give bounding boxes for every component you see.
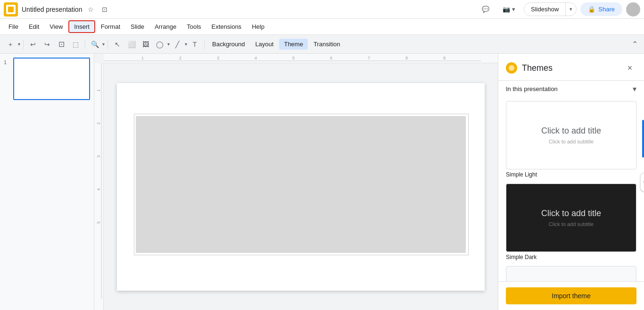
- svg-point-16: [509, 65, 514, 71]
- zoom-button[interactable]: 🔍: [88, 38, 101, 51]
- slide-panel: 1: [0, 54, 94, 310]
- theme-item-streamline[interactable]: Click to add title Streamline: [506, 266, 636, 281]
- header-right: 💬 📷 ▾ Slideshow ▾ 🔒 Share: [477, 2, 640, 17]
- theme-item-simple-dark[interactable]: Click to add title Click to add subtitle…: [506, 184, 636, 260]
- themes-section-label: In this presentation: [506, 85, 633, 92]
- paint-button[interactable]: ⬚: [69, 38, 82, 51]
- slide-preview[interactable]: [13, 58, 90, 100]
- star-icon[interactable]: ☆: [85, 4, 96, 15]
- slide-content-area: [136, 116, 466, 253]
- main-layout: 1 1 2 3 4 5 6 7 8 9: [0, 54, 644, 310]
- background-button[interactable]: Background: [207, 39, 249, 50]
- folder-icon[interactable]: ⊡: [99, 4, 110, 15]
- svg-text:5: 5: [292, 56, 295, 60]
- share-label: Share: [598, 6, 615, 13]
- shape-dropdown[interactable]: ▾: [167, 42, 170, 47]
- menu-bar: File Edit View Insert Format Slide Arran…: [0, 19, 644, 35]
- svg-text:2: 2: [179, 56, 182, 60]
- svg-text:3: 3: [217, 56, 219, 60]
- theme-preview-subtitle-light: Click to add subtitle: [549, 139, 594, 144]
- themes-footer: Import theme: [498, 281, 644, 310]
- shape-button[interactable]: ◯: [153, 38, 166, 51]
- menu-tools[interactable]: Tools: [182, 21, 206, 32]
- title-bar: Untitled presentation ☆ ⊡ 💬 📷 ▾ Slidesho…: [0, 0, 644, 19]
- print-button[interactable]: ⊡: [55, 38, 68, 51]
- svg-text:9: 9: [443, 56, 446, 60]
- menu-slide[interactable]: Slide: [126, 21, 149, 32]
- app-logo: [4, 2, 18, 17]
- undo-button[interactable]: ↩: [26, 38, 40, 51]
- frame-button[interactable]: ⬜: [125, 38, 138, 51]
- menu-help[interactable]: Help: [247, 21, 269, 32]
- slideshow-dropdown-arrow[interactable]: ▾: [566, 3, 576, 15]
- slideshow-button[interactable]: Slideshow ▾: [524, 2, 577, 16]
- menu-insert[interactable]: Insert: [68, 20, 95, 33]
- theme-preview-title-dark: Click to add title: [541, 209, 601, 218]
- image-button[interactable]: 🖼: [139, 38, 152, 51]
- themes-logo-icon: [506, 62, 517, 74]
- toolbar-collapse-button[interactable]: ⌃: [629, 39, 640, 50]
- ruler-vertical: 1 2 3 4 5: [94, 63, 104, 310]
- theme-preview-streamline: Click to add title: [506, 266, 636, 281]
- svg-text:6: 6: [330, 56, 332, 60]
- menu-view[interactable]: View: [45, 21, 67, 32]
- comment-button[interactable]: 💬: [477, 3, 494, 16]
- line-button[interactable]: ╱: [171, 38, 184, 51]
- svg-text:3: 3: [96, 155, 101, 158]
- ruler-v-canvas: 1 2 3 4 5: [94, 63, 498, 310]
- themes-section-dropdown[interactable]: In this presentation ▾: [506, 84, 636, 93]
- camera-icon: 📷: [503, 6, 510, 13]
- add-dropdown[interactable]: ▾: [18, 42, 20, 47]
- themes-panel: Themes × In this presentation ▾ Click to…: [498, 54, 644, 310]
- zoom-dropdown[interactable]: ▾: [102, 42, 105, 47]
- redo-button[interactable]: ↪: [41, 38, 54, 51]
- theme-button[interactable]: Theme: [279, 39, 307, 50]
- add-slide-button[interactable]: +: [4, 38, 17, 51]
- user-avatar[interactable]: [626, 2, 640, 17]
- menu-format[interactable]: Format: [96, 21, 125, 32]
- themes-scrollbar: [642, 120, 644, 158]
- canvas-scroll[interactable]: [104, 63, 498, 310]
- separator-1: [23, 40, 24, 49]
- canvas-area: 1 2 3 4 5 6 7 8 9 1 2 3 4 5: [94, 54, 498, 310]
- svg-text:5: 5: [96, 221, 101, 224]
- ruler-horizontal: 1 2 3 4 5 6 7 8 9: [104, 54, 498, 63]
- menu-extensions[interactable]: Extensions: [207, 21, 247, 32]
- themes-header: Themes ×: [498, 54, 644, 81]
- slide-thumbnail-1[interactable]: 1: [4, 58, 90, 100]
- separator-4: [204, 40, 205, 49]
- menu-file[interactable]: File: [4, 21, 23, 32]
- slide-canvas-wrapper: [107, 74, 494, 300]
- share-button[interactable]: 🔒 Share: [580, 2, 622, 16]
- svg-text:2: 2: [96, 122, 101, 125]
- theme-name-simple-dark: Simple Dark: [506, 254, 636, 260]
- document-title[interactable]: Untitled presentation: [22, 6, 82, 13]
- import-theme-button[interactable]: Import theme: [506, 287, 636, 304]
- slide-number: 1: [4, 59, 11, 65]
- svg-text:7: 7: [368, 56, 370, 60]
- transition-button[interactable]: Transition: [309, 39, 345, 50]
- theme-name-simple-light: Simple Light: [506, 171, 636, 178]
- theme-item-simple-light[interactable]: Click to add title Click to add subtitle…: [506, 101, 636, 178]
- svg-text:4: 4: [96, 188, 101, 191]
- title-icons: ☆ ⊡: [85, 4, 110, 15]
- menu-arrange[interactable]: Arrange: [150, 21, 181, 32]
- layout-button[interactable]: Layout: [250, 39, 278, 50]
- slideshow-label[interactable]: Slideshow: [524, 3, 566, 16]
- text-button[interactable]: T: [188, 38, 201, 51]
- lock-icon: 🔒: [588, 6, 595, 13]
- meet-button[interactable]: 📷 ▾: [498, 3, 520, 16]
- separator-2: [85, 40, 85, 49]
- comment-icon: 💬: [482, 6, 489, 13]
- theme-preview-simple-dark: Click to add title Click to add subtitle: [506, 184, 636, 252]
- panel-resize-handle[interactable]: ›: [640, 173, 644, 192]
- svg-text:4: 4: [255, 56, 257, 60]
- themes-list: Click to add title Click to add subtitle…: [498, 97, 644, 281]
- slide-canvas[interactable]: [117, 83, 485, 291]
- menu-edit[interactable]: Edit: [24, 21, 44, 32]
- theme-preview-simple-light: Click to add title Click to add subtitle: [506, 101, 636, 169]
- line-dropdown[interactable]: ▾: [185, 42, 187, 47]
- separator-3: [107, 40, 108, 49]
- cursor-button[interactable]: ↖: [111, 38, 124, 51]
- themes-close-button[interactable]: ×: [623, 61, 636, 75]
